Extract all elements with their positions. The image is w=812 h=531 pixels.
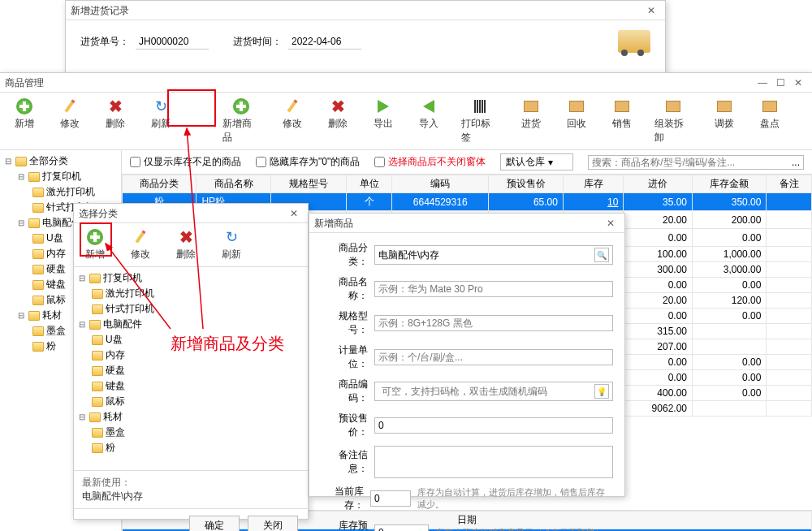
- only-low-checkbox[interactable]: 仅显示库存不足的商品: [130, 155, 241, 169]
- warehouse-select[interactable]: 默认仓库▾: [500, 153, 573, 171]
- no-close-checkbox[interactable]: 选择商品后不关闭窗体: [374, 155, 486, 169]
- warn-field[interactable]: [374, 525, 429, 531]
- code-field[interactable]: 💡: [374, 382, 613, 401]
- x-icon: ✖: [106, 97, 124, 115]
- date-label: 进货时间：: [233, 35, 282, 49]
- refresh-icon: ↻: [222, 228, 240, 246]
- name-label: 商品名称：: [321, 275, 368, 303]
- close-icon[interactable]: ✕: [285, 206, 303, 221]
- add-button[interactable]: 新增: [8, 96, 41, 132]
- warn-label: 库存预警：: [321, 519, 368, 531]
- edit-button[interactable]: 修改: [54, 96, 86, 132]
- remark-field[interactable]: [374, 446, 613, 478]
- box-icon: [569, 101, 584, 112]
- recent-value[interactable]: 电脑配件\内存: [82, 490, 300, 503]
- close-icon[interactable]: ✕: [789, 76, 807, 90]
- model-label: 规格型号：: [321, 309, 368, 337]
- recycle-button[interactable]: 回收: [560, 96, 593, 132]
- ok-button[interactable]: 确定: [189, 516, 240, 531]
- tree-pc[interactable]: ⊟电脑配件: [74, 317, 308, 332]
- delete-button[interactable]: ✖删除: [99, 96, 132, 132]
- name-field[interactable]: [374, 281, 613, 297]
- col-name[interactable]: 商品名称: [197, 175, 270, 193]
- tree-supply[interactable]: ⊟耗材: [74, 409, 308, 425]
- col-remark[interactable]: 备注: [767, 175, 812, 193]
- tree-laser[interactable]: 激光打印机: [0, 184, 121, 200]
- purchase-record-window: 新增进货记录 ✕ 进货单号：JH0000020 进货时间：2022-04-06: [65, 0, 666, 73]
- col-price[interactable]: 预设售价: [489, 175, 563, 193]
- search-input[interactable]: ...: [588, 155, 804, 170]
- unit-label: 计量单位：: [321, 343, 368, 371]
- folder-icon: [32, 234, 44, 244]
- price-field[interactable]: [374, 417, 613, 434]
- refresh-button[interactable]: ↻刷新: [145, 96, 177, 132]
- tree-root[interactable]: ⊟全部分类: [0, 153, 121, 169]
- pencil-icon: [285, 99, 300, 114]
- tree-hdd[interactable]: 硬盘: [74, 363, 308, 378]
- window-title: 新增进货记录: [71, 1, 642, 20]
- stock-field[interactable]: [370, 490, 411, 507]
- export-button[interactable]: 导出: [367, 96, 400, 132]
- tree-mem[interactable]: 内存: [74, 348, 308, 363]
- cat-delete-button[interactable]: ✖删除: [170, 227, 202, 263]
- purchase-button[interactable]: 进货: [515, 96, 547, 132]
- close-button[interactable]: 关闭: [248, 516, 298, 531]
- col-model[interactable]: 规格型号: [270, 175, 347, 193]
- folder-icon: [92, 382, 103, 391]
- edit-product-button[interactable]: 修改: [276, 96, 309, 132]
- col-unit[interactable]: 单位: [347, 175, 391, 193]
- delete-product-button[interactable]: ✖删除: [322, 96, 354, 132]
- unit-field[interactable]: [374, 349, 613, 365]
- box-icon: [615, 101, 629, 112]
- plus-icon: [87, 229, 103, 245]
- maximize-icon[interactable]: ☐: [771, 76, 789, 90]
- close-icon[interactable]: ✕: [602, 216, 620, 231]
- recent-label: 最新使用：: [82, 476, 300, 490]
- transfer-button[interactable]: 调拨: [708, 96, 741, 132]
- folder-icon: [28, 218, 40, 228]
- folder-icon: [32, 280, 44, 290]
- print-label-button[interactable]: 打印标签: [458, 96, 502, 146]
- search-icon[interactable]: 🔍: [594, 248, 609, 262]
- folder-icon: [32, 265, 44, 274]
- window-title: 商品管理: [5, 73, 754, 93]
- truck-icon: [618, 30, 650, 53]
- col-stock[interactable]: 库存: [563, 175, 624, 193]
- col-inprice[interactable]: 进价: [624, 175, 693, 193]
- check-button[interactable]: 盘点: [754, 96, 786, 132]
- price-label: 预设售价：: [321, 412, 368, 439]
- col-amount[interactable]: 库存金额: [693, 175, 767, 193]
- warn-hint: 库存小于该值时高亮显示（-1表示不预警）。: [435, 527, 613, 532]
- sale-button[interactable]: 销售: [606, 96, 638, 132]
- tree-kb[interactable]: 键盘: [74, 378, 308, 394]
- stock-link[interactable]: 10: [607, 196, 618, 208]
- cat-add-button[interactable]: 新增: [79, 227, 111, 263]
- tree-usb[interactable]: U盘: [74, 332, 308, 348]
- model-field[interactable]: [374, 315, 613, 331]
- tree-ink[interactable]: 墨盒: [74, 425, 308, 440]
- import-button[interactable]: 导入: [412, 96, 445, 132]
- minimize-icon[interactable]: —: [754, 76, 771, 90]
- tree-powder[interactable]: 粉: [74, 440, 308, 455]
- tree-mouse[interactable]: 鼠标: [74, 394, 308, 409]
- col-code[interactable]: 编码: [391, 175, 489, 193]
- bulb-icon[interactable]: 💡: [594, 384, 609, 399]
- folder-icon: [28, 311, 40, 321]
- category-tree-dialog: ⊟打复印机 激光打印机 针式打印机 ⊟电脑配件 U盘 内存 硬盘 键盘 鼠标 ⊟…: [74, 267, 308, 470]
- col-cat[interactable]: 商品分类: [123, 175, 197, 193]
- hide-zero-checkbox[interactable]: 隐藏库存为"0"的商品: [256, 155, 360, 169]
- plus-icon: [233, 98, 249, 114]
- tree-printer[interactable]: ⊟打复印机: [74, 270, 308, 286]
- tree-needle[interactable]: 针式打印机: [74, 301, 308, 317]
- search-icon: ...: [792, 157, 800, 168]
- add-product-button[interactable]: 新增商品: [219, 96, 263, 146]
- folder-icon: [92, 443, 103, 453]
- tree-printer[interactable]: ⊟打复印机: [0, 169, 121, 184]
- category-field[interactable]: 电脑配件\内存🔍: [374, 245, 613, 265]
- cat-edit-button[interactable]: 修改: [124, 227, 157, 263]
- tree-laser[interactable]: 激光打印机: [74, 286, 308, 301]
- close-icon[interactable]: ✕: [642, 3, 660, 18]
- cat-refresh-button[interactable]: ↻刷新: [215, 227, 248, 263]
- folder-icon: [32, 342, 44, 352]
- assemble-button[interactable]: 组装拆卸: [651, 96, 695, 146]
